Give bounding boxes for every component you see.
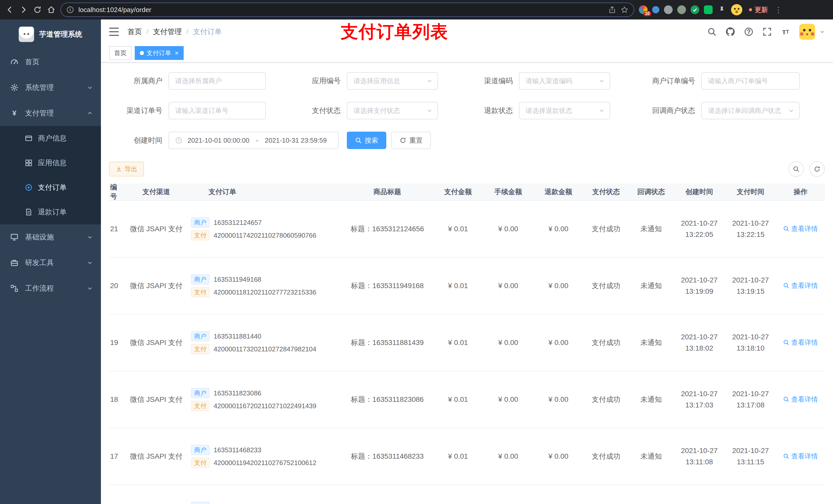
table-row[interactable]: 商户 1635311415736 支付 查看详情 [109, 485, 825, 504]
col-create-time: 创建时间 [674, 186, 725, 197]
search-button[interactable]: 搜索 [347, 131, 386, 149]
col-actions: 操作 [776, 187, 825, 196]
select-placeholder: 请选择退款状态 [526, 106, 596, 115]
channel-code-select[interactable]: 请输入渠道编码 [519, 72, 610, 90]
view-detail-link[interactable]: 查看详情 [783, 395, 818, 404]
sidebar-toggle-icon[interactable] [109, 28, 119, 36]
help-icon[interactable] [744, 27, 754, 37]
table-row[interactable]: 17 微信 JSAPI 支付 商户 1635311468233 支付 42000… [109, 428, 825, 485]
view-detail-link[interactable]: 查看详情 [783, 338, 818, 347]
chevron-down-icon [599, 108, 604, 114]
tab-pay-order[interactable]: 支付订单 × [135, 46, 184, 60]
date-start[interactable]: 2021-10-01 00:00:00 [188, 137, 249, 144]
refresh-button[interactable] [809, 161, 825, 177]
app-select[interactable]: 请选择应用信息 [347, 72, 438, 90]
pay-tag: 支付 [191, 287, 210, 297]
sidebar-item-pay-order[interactable]: 支付订单 [0, 175, 101, 200]
user-avatar[interactable] [799, 24, 815, 40]
browser-profile-avatar[interactable] [731, 4, 742, 15]
extension-icon-3[interactable] [664, 5, 673, 14]
search-icon[interactable] [707, 27, 717, 37]
filter-app: 应用编号 请选择应用信息 [283, 72, 438, 90]
sidebar-item-payment[interactable]: ¥ 支付管理 [0, 100, 101, 126]
cell-status: 支付成功 [584, 394, 628, 404]
share-icon[interactable] [608, 6, 616, 14]
date-end[interactable]: 2021-10-31 23:59:59 [265, 137, 327, 144]
sidebar: 芋道管理系统 首页 系统管理 ¥ 支付管理 商户信息 应用信息 [0, 20, 101, 504]
reset-button[interactable]: 重置 [391, 131, 431, 149]
home-icon[interactable] [47, 5, 56, 14]
table-row[interactable]: 18 微信 JSAPI 支付 商户 1635311823086 支付 42000… [109, 371, 825, 428]
notify-status-select[interactable]: 请选择订单回调商户状态 [701, 102, 800, 119]
select-placeholder: 请选择订单回调商户状态 [708, 106, 785, 115]
toggle-search-button[interactable] [788, 161, 804, 177]
view-detail-link[interactable]: 查看详情 [783, 452, 818, 461]
sidebar-item-system[interactable]: 系统管理 [0, 75, 101, 100]
table-row[interactable]: 21 微信 JSAPI 支付 商户 1635312124657 支付 42000… [109, 201, 825, 258]
extensions-pin-icon[interactable] [717, 5, 727, 14]
view-detail-link[interactable]: 查看详情 [783, 281, 818, 290]
forward-icon[interactable] [19, 5, 28, 14]
tab-home[interactable]: 首页 [109, 46, 132, 60]
view-detail-label: 查看详情 [791, 452, 818, 461]
cell-create-time: 2021-10-27 13:11:08 [674, 445, 725, 467]
browser-menu-icon[interactable]: ⋮ [775, 5, 782, 14]
sidebar-item-merchant-info[interactable]: 商户信息 [0, 126, 101, 150]
merchant-order-no-input[interactable] [701, 72, 800, 90]
merchant-tag: 商户 [191, 331, 210, 341]
sidebar-item-workflow[interactable]: 工作流程 [0, 275, 101, 301]
bookmark-star-icon[interactable] [620, 6, 628, 14]
sidebar-item-devtools[interactable]: 研发工具 [0, 250, 101, 275]
breadcrumb-payment[interactable]: 支付管理 [153, 27, 182, 37]
extension-icon-2[interactable] [652, 6, 659, 13]
address-bar[interactable]: localhost:1024/pay/order [61, 3, 634, 17]
sidebar-item-refund-order[interactable]: 退款订单 [0, 200, 101, 224]
tab-label: 首页 [114, 49, 126, 57]
cell-pay-channel: 微信 JSAPI 支付 [124, 394, 188, 404]
update-button[interactable]: 更新 [747, 5, 770, 14]
sidebar-item-home[interactable]: 首页 [0, 49, 101, 75]
pay-order-no: 4200001194202110276752100612 [214, 459, 316, 467]
refund-status-select[interactable]: 请选择退款状态 [519, 102, 610, 119]
url-text[interactable]: localhost:1024/pay/order [78, 6, 604, 14]
export-button[interactable]: 导出 [109, 162, 144, 176]
view-detail-label: 查看详情 [791, 224, 818, 233]
merchant-order-no: 1635311415736 [214, 503, 261, 504]
close-icon[interactable]: × [175, 50, 178, 56]
cell-fee: ¥ 0.00 [483, 339, 533, 347]
sidebar-item-label: 支付管理 [25, 108, 54, 118]
github-icon[interactable] [725, 27, 735, 37]
cell-create-time: 2021-10-27 13:18:02 [674, 331, 725, 354]
cell-pay-channel: 微信 JSAPI 支付 [124, 281, 188, 291]
app-logo-row[interactable]: 芋道管理系统 [0, 20, 101, 49]
tags-view-bar: 首页 支付订单 × [101, 44, 833, 63]
pay-tag: 支付 [191, 230, 210, 240]
fullscreen-icon[interactable] [762, 27, 772, 37]
sidebar-item-infra[interactable]: 基础设施 [0, 224, 101, 250]
extension-icon-6[interactable] [704, 5, 713, 14]
caret-down-icon[interactable] [820, 29, 825, 34]
select-placeholder: 请选择应用信息 [354, 77, 424, 86]
pay-status-select[interactable]: 请选择支付状态 [347, 102, 438, 119]
breadcrumb-home[interactable]: 首页 [127, 27, 142, 37]
cell-refund: ¥ 0.00 [533, 282, 584, 290]
reload-icon[interactable] [33, 5, 42, 14]
extension-icon-1[interactable]: 10 [639, 5, 647, 14]
cell-status: 支付成功 [584, 338, 628, 347]
table-row[interactable]: 19 微信 JSAPI 支付 商户 1635311881440 支付 42000… [109, 314, 825, 371]
view-detail-link[interactable]: 查看详情 [783, 224, 818, 233]
dashboard-icon [10, 58, 19, 66]
channel-order-no-input[interactable] [169, 102, 266, 119]
sidebar-item-app-info[interactable]: 应用信息 [0, 150, 101, 175]
table-row[interactable]: 20 微信 JSAPI 支付 商户 1635311949168 支付 42000… [109, 258, 825, 314]
extension-icon-4[interactable] [677, 5, 686, 14]
merchant-input[interactable] [169, 72, 266, 90]
cell-title: 标题：1635311823086 [342, 394, 433, 404]
extension-icon-5[interactable] [691, 5, 699, 14]
back-icon[interactable] [5, 5, 14, 14]
view-detail-label: 查看详情 [791, 338, 818, 347]
col-id: 编号 [109, 183, 124, 201]
create-time-range-picker[interactable]: 2021-10-01 00:00:00 - 2021-10-31 23:59:5… [169, 131, 339, 149]
site-info-icon[interactable] [66, 6, 74, 14]
font-size-icon[interactable]: тT [781, 27, 790, 37]
